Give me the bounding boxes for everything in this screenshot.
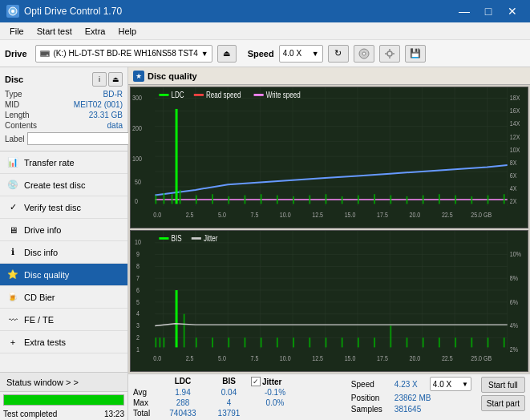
minimize-button[interactable]: — [453,3,475,19]
disc-label-input[interactable] [27,132,134,145]
svg-rect-117 [228,337,229,347]
sidebar-item-drive-info[interactable]: 🖥 Drive info [0,219,127,241]
svg-point-1 [11,10,14,13]
disc-header: Disc i ⏏ [5,72,123,87]
maximize-button[interactable]: □ [477,3,500,19]
svg-text:12.5: 12.5 [312,353,323,361]
svg-text:0.0: 0.0 [153,353,161,361]
sidebar-item-extra-tests[interactable]: + Extra tests [0,331,127,353]
jitter-checkbox[interactable]: ✓ [251,377,261,386]
progress-bar-fill [4,395,123,405]
svg-rect-45 [325,194,326,204]
svg-text:5.0: 5.0 [218,353,226,361]
disc-length-row: Length 23.31 GB [5,111,123,119]
sidebar-item-create-test-disc[interactable]: 💿 Create test disc [0,174,127,196]
speed-select[interactable]: 4.0 X ▼ [279,45,323,63]
sidebar: Disc i ⏏ Type BD-R MID MEIT02 (001) Leng… [0,67,128,420]
svg-text:6X: 6X [510,171,517,180]
settings-button[interactable] [379,45,400,63]
jitter-checkbox-row: ✓ Jitter [251,377,281,386]
disc-mid-key: MID [5,100,19,109]
samples-value: 381645 [394,405,421,414]
app-title: Opti Drive Control 1.70 [24,6,122,17]
stats-headers: LDC BIS ✓ Jitter [159,377,345,386]
menu-extra[interactable]: Extra [79,25,112,38]
charts-container: LDC Read speed Write speed 300 200 100 5… [128,85,530,374]
svg-rect-12 [131,87,528,228]
svg-text:6%: 6% [510,297,519,305]
disc-panel: Disc i ⏏ Type BD-R MID MEIT02 (001) Leng… [0,67,127,151]
refresh-button[interactable]: ↻ [328,45,349,63]
menubar: File Start test Extra Help [0,22,530,40]
sidebar-item-fe-te[interactable]: 〰 FE / TE [0,309,127,331]
settings-icon [384,48,395,59]
close-button[interactable]: ✕ [501,3,524,19]
svg-rect-57 [159,94,168,96]
chart-ldc-svg: LDC Read speed Write speed 300 200 100 5… [131,87,528,228]
svg-rect-125 [358,337,359,347]
nav-fe-te-label: FE / TE [24,315,54,325]
svg-rect-127 [390,325,391,347]
svg-rect-128 [406,337,407,347]
disc-eject-btn[interactable]: ⏏ [108,72,123,87]
sidebar-item-disc-quality[interactable]: ⭐ Disc quality [0,264,127,286]
app-icon [6,5,19,18]
menu-start-test[interactable]: Start test [30,25,79,38]
save-button[interactable]: 💾 [405,45,426,63]
svg-text:20.0: 20.0 [410,353,421,361]
disc-mid-row: MID MEIT02 (001) [5,100,123,109]
eject-button[interactable]: ⏏ [217,45,237,63]
disc-type-value: BD-R [103,90,123,99]
titlebar: Opti Drive Control 1.70 — □ ✕ [0,0,530,22]
svg-rect-135 [159,237,168,240]
drive-label: Drive [5,49,27,59]
svg-text:7: 7 [136,273,140,282]
svg-rect-132 [471,337,472,347]
sidebar-item-disc-info[interactable]: ℹ Disc info [0,241,127,264]
transfer-rate-icon: 📊 [6,156,19,169]
disc-info-btn[interactable]: i [92,72,107,87]
svg-text:LDC: LDC [172,90,184,99]
svg-text:5.0: 5.0 [218,209,226,218]
start-full-button[interactable]: Start full [481,377,525,393]
start-part-button[interactable]: Start part [481,395,525,411]
position-label: Position [351,394,391,402]
disc-quality-icon: ⭐ [6,269,19,281]
svg-text:7.5: 7.5 [251,209,259,218]
svg-text:300: 300 [132,93,142,102]
nav-disc-info-label: Disc info [24,248,58,257]
speed-dropdown[interactable]: 4.0 X ▼ [430,377,471,391]
drive-select[interactable]: (K:) HL-DT-ST BD-RE WH16NS58 TST4 ▼ [35,45,212,63]
sidebar-item-transfer-rate[interactable]: 📊 Transfer rate [0,151,127,174]
svg-text:10X: 10X [510,145,520,154]
disc-contents-key: Contents [5,121,37,130]
svg-text:8%: 8% [510,273,519,282]
total-row: Total 740433 13791 [133,409,345,418]
sidebar-item-cd-bier[interactable]: 🍺 CD Bier [0,286,127,309]
svg-text:6: 6 [136,285,140,294]
speed-value: 4.23 X [394,380,427,389]
svg-text:9: 9 [136,249,140,258]
menu-help[interactable]: Help [111,25,143,38]
svg-rect-123 [325,337,326,347]
status-window-button[interactable]: Status window > > [0,373,127,392]
svg-text:50: 50 [135,177,141,186]
svg-rect-119 [261,337,262,347]
svg-text:12X: 12X [510,132,520,141]
disc-length-key: Length [5,111,30,119]
svg-rect-116 [212,337,213,347]
disc-button[interactable] [354,45,374,63]
nav-transfer-rate-label: Transfer rate [24,158,75,168]
svg-rect-114 [184,314,185,348]
svg-rect-35 [176,109,178,204]
jitter-header: Jitter [262,378,281,386]
svg-rect-112 [163,337,164,347]
svg-text:25.0 GB: 25.0 GB [471,209,492,218]
svg-text:200: 200 [132,123,142,132]
svg-text:8X: 8X [510,158,517,167]
toolbar: Drive (K:) HL-DT-ST BD-RE WH16NS58 TST4 … [0,40,530,67]
svg-text:3: 3 [136,321,140,329]
menu-file[interactable]: File [3,25,30,38]
sidebar-item-verify-test-disc[interactable]: ✓ Verify test disc [0,196,127,219]
drive-value: (K:) HL-DT-ST BD-RE WH16NS58 TST4 [54,49,198,58]
